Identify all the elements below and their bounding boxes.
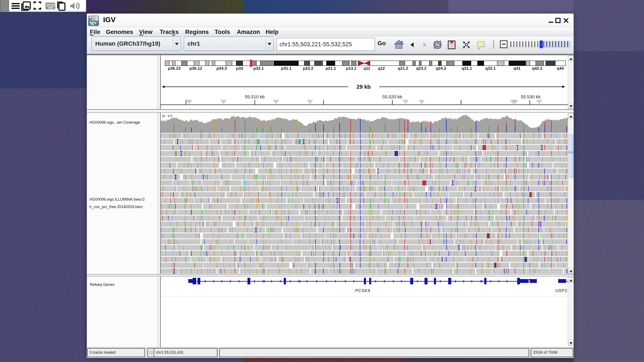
svg-text:p21.1: p21.1: [326, 66, 336, 71]
svg-text:PCSK9: PCSK9: [355, 288, 370, 293]
svg-text:q32.1: q32.1: [485, 66, 496, 71]
svg-text:q21.2: q21.2: [398, 66, 408, 71]
svg-text:q11: q11: [364, 66, 370, 71]
svg-text:55,520 kb: 55,520 kb: [382, 94, 402, 99]
svg-text:p33: p33: [236, 66, 243, 71]
svg-text:[0 - 67]: [0 - 67]: [162, 114, 172, 118]
svg-text:USP24: USP24: [556, 288, 568, 293]
svg-text:q23.2: q23.2: [416, 66, 427, 71]
svg-text:q12: q12: [378, 66, 385, 71]
svg-text:p32.1: p32.1: [254, 66, 264, 71]
svg-text:p36.23: p36.23: [168, 66, 180, 71]
svg-text:igv: igv: [90, 19, 97, 25]
svg-text:q31.1: q31.1: [462, 66, 472, 71]
svg-text:q42.2: q42.2: [532, 66, 542, 71]
svg-text:29 kb: 29 kb: [356, 84, 371, 90]
svg-text:p13.1: p13.1: [346, 66, 356, 71]
svg-text:p34.3: p34.3: [216, 66, 227, 71]
svg-text:q44: q44: [557, 66, 564, 71]
svg-text:p31.1: p31.1: [281, 66, 292, 71]
svg-text:55,530 kb: 55,530 kb: [521, 94, 540, 99]
svg-text:55,510 kb: 55,510 kb: [245, 94, 264, 99]
svg-text:q41: q41: [514, 66, 520, 71]
svg-text:p36.12: p36.12: [190, 66, 202, 71]
svg-text:q24.3: q24.3: [436, 66, 446, 71]
svg-text:p22.2: p22.2: [303, 66, 314, 71]
